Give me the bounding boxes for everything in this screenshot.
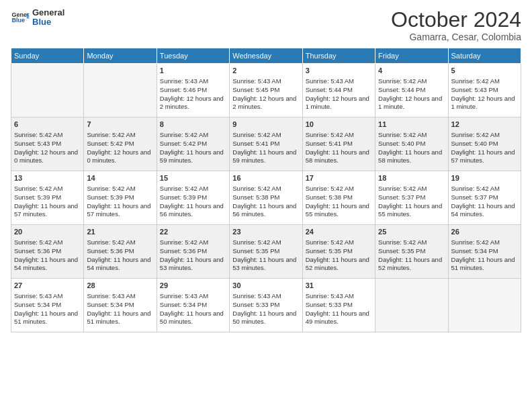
calendar-cell: 25Sunrise: 5:42 AMSunset: 5:35 PMDayligh… (375, 225, 448, 279)
calendar-cell: 28Sunrise: 5:43 AMSunset: 5:34 PMDayligh… (84, 279, 157, 332)
daylight-text: Daylight: 11 hours and 51 minutes. (87, 310, 153, 327)
calendar-cell (84, 64, 157, 118)
sunrise-text: Sunrise: 5:42 AM (14, 185, 81, 193)
sunset-text: Sunset: 5:44 PM (306, 86, 372, 95)
sunrise-text: Sunrise: 5:42 AM (14, 238, 81, 247)
header: General Blue General Blue October 2024 G… (11, 8, 521, 42)
sunrise-text: Sunrise: 5:43 AM (306, 77, 372, 86)
title-area: October 2024 Gamarra, Cesar, Colombia (391, 8, 521, 42)
sunset-text: Sunset: 5:44 PM (378, 86, 445, 95)
daylight-text: Daylight: 12 hours and 1 minute. (378, 95, 445, 112)
sunrise-text: Sunrise: 5:42 AM (451, 238, 518, 247)
sunset-text: Sunset: 5:34 PM (160, 301, 226, 310)
calendar-cell: 10Sunrise: 5:42 AMSunset: 5:41 PMDayligh… (302, 118, 375, 171)
logo-icon: General Blue (11, 8, 30, 27)
sunrise-text: Sunrise: 5:42 AM (306, 131, 372, 140)
calendar-cell: 1Sunrise: 5:43 AMSunset: 5:46 PMDaylight… (157, 64, 229, 118)
month-title: October 2024 (391, 8, 521, 32)
sunset-text: Sunset: 5:33 PM (306, 301, 372, 310)
daylight-text: Daylight: 11 hours and 59 minutes. (232, 148, 299, 166)
calendar-cell: 30Sunrise: 5:43 AMSunset: 5:33 PMDayligh… (230, 279, 302, 332)
sunrise-text: Sunrise: 5:42 AM (378, 131, 445, 140)
sunset-text: Sunset: 5:42 PM (87, 140, 153, 148)
calendar-cell: 6Sunrise: 5:42 AMSunset: 5:43 PMDaylight… (11, 118, 84, 171)
sunrise-text: Sunrise: 5:42 AM (451, 131, 518, 140)
day-number: 7 (87, 120, 153, 130)
logo: General Blue General Blue (11, 8, 64, 28)
daylight-text: Daylight: 11 hours and 56 minutes. (232, 202, 299, 220)
header-monday: Monday (84, 48, 157, 64)
sunrise-text: Sunrise: 5:42 AM (160, 131, 226, 140)
sunrise-text: Sunrise: 5:42 AM (14, 131, 81, 140)
day-number: 8 (160, 120, 226, 130)
sunset-text: Sunset: 5:40 PM (451, 140, 518, 148)
daylight-text: Daylight: 11 hours and 59 minutes. (160, 148, 226, 166)
daylight-text: Daylight: 11 hours and 51 minutes. (451, 256, 518, 273)
sunrise-text: Sunrise: 5:42 AM (306, 185, 372, 193)
sunset-text: Sunset: 5:41 PM (232, 140, 299, 148)
calendar-cell: 7Sunrise: 5:42 AMSunset: 5:42 PMDaylight… (84, 118, 157, 171)
sunset-text: Sunset: 5:36 PM (87, 247, 153, 256)
daylight-text: Daylight: 12 hours and 0 minutes. (14, 148, 81, 166)
calendar-cell: 14Sunrise: 5:42 AMSunset: 5:39 PMDayligh… (84, 171, 157, 225)
sunset-text: Sunset: 5:43 PM (451, 86, 518, 95)
calendar-cell: 18Sunrise: 5:42 AMSunset: 5:37 PMDayligh… (375, 171, 448, 225)
calendar-cell: 22Sunrise: 5:42 AMSunset: 5:36 PMDayligh… (157, 225, 229, 279)
day-number: 2 (232, 66, 299, 76)
day-number: 6 (14, 120, 81, 130)
sunset-text: Sunset: 5:34 PM (14, 301, 81, 310)
daylight-text: Daylight: 11 hours and 56 minutes. (160, 202, 226, 220)
daylight-text: Daylight: 11 hours and 51 minutes. (14, 310, 81, 327)
week-row-2: 6Sunrise: 5:42 AMSunset: 5:43 PMDaylight… (11, 118, 521, 171)
header-saturday: Saturday (448, 48, 521, 64)
day-number: 13 (14, 173, 81, 183)
logo-line2: Blue (32, 17, 64, 27)
calendar-cell: 11Sunrise: 5:42 AMSunset: 5:40 PMDayligh… (375, 118, 448, 171)
day-number: 17 (306, 173, 372, 183)
daylight-text: Daylight: 11 hours and 58 minutes. (378, 148, 445, 166)
sunset-text: Sunset: 5:39 PM (14, 193, 81, 202)
calendar-cell: 9Sunrise: 5:42 AMSunset: 5:41 PMDaylight… (230, 118, 302, 171)
sunset-text: Sunset: 5:35 PM (306, 247, 372, 256)
sunset-text: Sunset: 5:35 PM (232, 247, 299, 256)
sunset-text: Sunset: 5:37 PM (378, 193, 445, 202)
sunrise-text: Sunrise: 5:42 AM (232, 131, 299, 140)
sunset-text: Sunset: 5:33 PM (232, 301, 299, 310)
daylight-text: Daylight: 11 hours and 53 minutes. (232, 256, 299, 273)
calendar-cell: 5Sunrise: 5:42 AMSunset: 5:43 PMDaylight… (448, 64, 521, 118)
day-number: 15 (160, 173, 226, 183)
sunrise-text: Sunrise: 5:42 AM (451, 77, 518, 86)
sunrise-text: Sunrise: 5:42 AM (87, 131, 153, 140)
daylight-text: Daylight: 11 hours and 54 minutes. (451, 202, 518, 220)
calendar-cell: 16Sunrise: 5:42 AMSunset: 5:38 PMDayligh… (230, 171, 302, 225)
day-number: 14 (87, 173, 153, 183)
daylight-text: Daylight: 11 hours and 50 minutes. (160, 310, 226, 327)
daylight-text: Daylight: 11 hours and 55 minutes. (306, 202, 372, 220)
calendar-cell: 3Sunrise: 5:43 AMSunset: 5:44 PMDaylight… (302, 64, 375, 118)
daylight-text: Daylight: 11 hours and 55 minutes. (378, 202, 445, 220)
calendar-cell (11, 64, 84, 118)
sunset-text: Sunset: 5:35 PM (378, 247, 445, 256)
day-number: 5 (451, 66, 518, 76)
sunset-text: Sunset: 5:38 PM (232, 193, 299, 202)
sunset-text: Sunset: 5:38 PM (306, 193, 372, 202)
daylight-text: Daylight: 11 hours and 53 minutes. (160, 256, 226, 273)
calendar-cell: 23Sunrise: 5:42 AMSunset: 5:35 PMDayligh… (230, 225, 302, 279)
day-number: 3 (306, 66, 372, 76)
day-number: 9 (232, 120, 299, 130)
day-number: 19 (451, 173, 518, 183)
day-number: 16 (232, 173, 299, 183)
logo-line1: General (32, 8, 64, 17)
header-tuesday: Tuesday (157, 48, 229, 64)
sunrise-text: Sunrise: 5:42 AM (306, 238, 372, 247)
sunset-text: Sunset: 5:42 PM (160, 140, 226, 148)
day-number: 25 (378, 227, 445, 237)
daylight-text: Daylight: 11 hours and 52 minutes. (378, 256, 445, 273)
sunrise-text: Sunrise: 5:43 AM (306, 292, 372, 301)
sunset-text: Sunset: 5:36 PM (14, 247, 81, 256)
sunset-text: Sunset: 5:43 PM (14, 140, 81, 148)
day-number: 18 (378, 173, 445, 183)
day-number: 11 (378, 120, 445, 130)
day-number: 4 (378, 66, 445, 76)
calendar-cell: 29Sunrise: 5:43 AMSunset: 5:34 PMDayligh… (157, 279, 229, 332)
